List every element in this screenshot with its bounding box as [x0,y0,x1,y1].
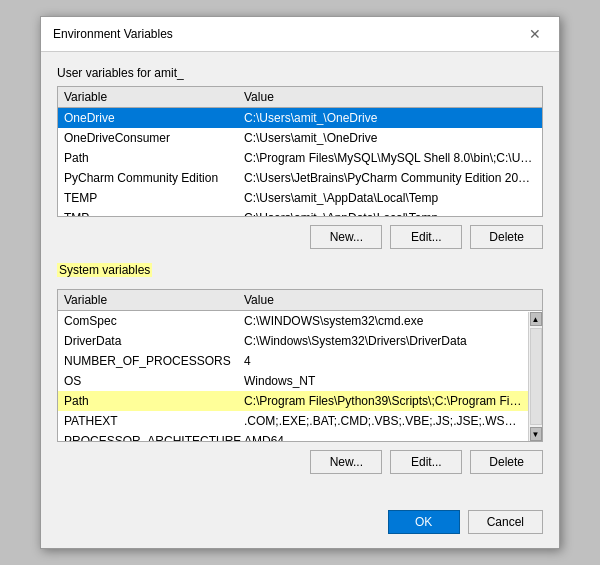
table-row[interactable]: PATHEXT.COM;.EXE;.BAT;.CMD;.VBS;.VBE;.JS… [58,411,528,431]
value-cell: 4 [244,353,522,369]
footer-buttons: OK Cancel [41,502,559,548]
user-col2-header: Value [244,90,536,104]
system-col2-header: Value [244,293,536,307]
variable-cell: OneDrive [64,110,244,126]
user-new-button[interactable]: New... [310,225,382,249]
user-table-header: Variable Value [58,87,542,108]
user-variables-table: Variable Value OneDriveC:\Users\amit_\On… [57,86,543,217]
user-buttons-row: New... Edit... Delete [57,225,543,249]
close-button[interactable]: ✕ [523,25,547,43]
table-row[interactable]: TEMPC:\Users\amit_\AppData\Local\Temp [58,188,542,208]
title-bar: Environment Variables ✕ [41,17,559,52]
variable-cell: NUMBER_OF_PROCESSORS [64,353,244,369]
system-col1-header: Variable [64,293,244,307]
variable-cell: Path [64,150,244,166]
user-col1-header: Variable [64,90,244,104]
scrollbar[interactable]: ▲ ▼ [528,312,542,441]
value-cell: C:\Users\amit_\OneDrive [244,110,536,126]
system-buttons-row: New... Edit... Delete [57,450,543,474]
dialog-title: Environment Variables [53,27,173,41]
variable-cell: PROCESSOR_ARCHITECTURE [64,433,244,441]
variable-cell: TEMP [64,190,244,206]
variable-cell: ComSpec [64,313,244,329]
variable-cell: OS [64,373,244,389]
table-row[interactable]: NUMBER_OF_PROCESSORS4 [58,351,528,371]
value-cell: C:\Users\amit_\AppData\Local\Temp [244,190,536,206]
table-row[interactable]: PathC:\Program Files\Python39\Scripts\;C… [58,391,528,411]
variable-cell: PyCharm Community Edition [64,170,244,186]
system-variables-table: Variable Value ComSpecC:\WINDOWS\system3… [57,289,543,442]
scroll-up-arrow[interactable]: ▲ [530,312,542,326]
value-cell: AMD64 [244,433,522,441]
value-cell: C:\Users\JetBrains\PyCharm Community Edi… [244,170,536,186]
user-edit-button[interactable]: Edit... [390,225,462,249]
variable-cell: DriverData [64,333,244,349]
value-cell: .COM;.EXE;.BAT;.CMD;.VBS;.VBE;.JS;.JSE;.… [244,413,522,429]
cancel-button[interactable]: Cancel [468,510,543,534]
table-row[interactable]: PROCESSOR_ARCHITECTUREAMD64 [58,431,528,441]
table-row[interactable]: TMPC:\Users\amit_\AppData\Local\Temp [58,208,542,216]
system-section-label: System variables [57,263,152,277]
variable-cell: OneDriveConsumer [64,130,244,146]
dialog-content: User variables for amit_ Variable Value … [41,52,559,502]
table-row[interactable]: OSWindows_NT [58,371,528,391]
system-edit-button[interactable]: Edit... [390,450,462,474]
table-row[interactable]: OneDriveConsumerC:\Users\amit_\OneDrive [58,128,542,148]
system-table-header: Variable Value [58,290,542,311]
value-cell: C:\Windows\System32\Drivers\DriverData [244,333,522,349]
table-row[interactable]: PathC:\Program Files\MySQL\MySQL Shell 8… [58,148,542,168]
value-cell: C:\Program Files\Python39\Scripts\;C:\Pr… [244,393,522,409]
variable-cell: Path [64,393,244,409]
value-cell: C:\Users\amit_\OneDrive [244,130,536,146]
table-row[interactable]: OneDriveC:\Users\amit_\OneDrive [58,108,542,128]
user-section-label: User variables for amit_ [57,66,543,80]
system-delete-button[interactable]: Delete [470,450,543,474]
value-cell: C:\Program Files\MySQL\MySQL Shell 8.0\b… [244,150,536,166]
scroll-thumb[interactable] [530,328,542,425]
table-row[interactable]: ComSpecC:\WINDOWS\system32\cmd.exe [58,311,528,331]
table-row[interactable]: PyCharm Community EditionC:\Users\JetBra… [58,168,542,188]
ok-button[interactable]: OK [388,510,460,534]
table-row[interactable]: DriverDataC:\Windows\System32\Drivers\Dr… [58,331,528,351]
value-cell: Windows_NT [244,373,522,389]
system-table-body: ComSpecC:\WINDOWS\system32\cmd.exeDriver… [58,311,542,441]
scroll-down-arrow[interactable]: ▼ [530,427,542,441]
system-section-label-wrapper: System variables [57,263,543,283]
value-cell: C:\WINDOWS\system32\cmd.exe [244,313,522,329]
environment-variables-dialog: Environment Variables ✕ User variables f… [40,16,560,549]
value-cell: C:\Users\amit_\AppData\Local\Temp [244,210,536,216]
variable-cell: TMP [64,210,244,216]
system-new-button[interactable]: New... [310,450,382,474]
user-delete-button[interactable]: Delete [470,225,543,249]
variable-cell: PATHEXT [64,413,244,429]
user-table-body: OneDriveC:\Users\amit_\OneDriveOneDriveC… [58,108,542,216]
